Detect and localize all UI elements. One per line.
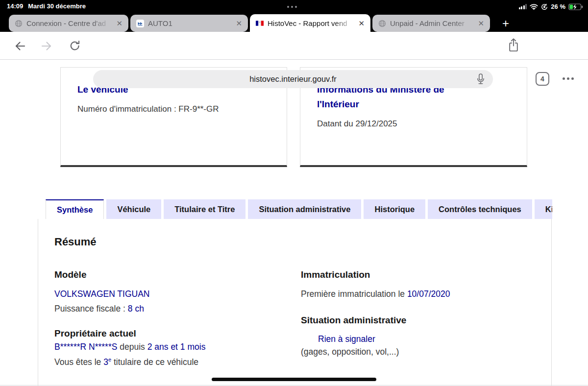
tab-titulaire-et-titre[interactable]: Titulaire et Titre (164, 199, 245, 219)
admin-status-link[interactable]: Rien à signaler (318, 334, 375, 344)
status-icons: 26 % (519, 0, 583, 13)
close-tab-icon[interactable]: ✕ (477, 19, 485, 28)
fiscal-power-line: Puissance fiscale : 8 ch (54, 304, 270, 314)
wifi-icon (530, 4, 538, 10)
tab-historique[interactable]: Historique (364, 199, 425, 219)
globe-icon (15, 20, 23, 27)
browser-toolbar: histovec.interieur.gouv.fr 4 (0, 32, 588, 60)
tab-count: 4 (540, 75, 544, 83)
tab-title: Connexion - Centre d'ad (26, 19, 111, 27)
close-tab-icon[interactable]: ✕ (235, 19, 243, 28)
share-button[interactable] (506, 38, 521, 52)
status-left: 14:09 Mardi 30 décembre (7, 2, 86, 10)
registration-heading: Immatriculation (301, 269, 526, 280)
tab-kilometrage[interactable]: Kilométrage (535, 199, 552, 219)
model-name: VOLKSWAGEN TIGUAN (54, 289, 270, 299)
forward-button[interactable] (39, 39, 54, 53)
tab-title: Unpaid - Admin Center (390, 19, 473, 27)
tab-overview-button[interactable]: 4 (536, 72, 549, 86)
cellular-signal-icon (519, 4, 527, 9)
summary-left-column: Modèle VOLKSWAGEN TIGUAN Puissance fisca… (54, 269, 270, 367)
owner-rank-line: Vous êtes le 3e titulaire de ce véhicule (54, 355, 270, 367)
first-registration-date: 10/07/2020 (407, 289, 450, 299)
back-button[interactable] (13, 39, 27, 53)
tab-title: HistoVec - Rapport vend (268, 19, 353, 27)
close-tab-icon[interactable]: ✕ (115, 19, 123, 28)
status-date: Mardi 30 décembre (28, 2, 86, 10)
tab-title: AUTO1 (148, 19, 231, 27)
more-menu-button[interactable] (563, 77, 574, 80)
france-flag-icon (256, 19, 264, 27)
browser-tab-unpaid[interactable]: Unpaid - Admin Center ✕ (372, 15, 490, 32)
address-bar[interactable]: histovec.interieur.gouv.fr (93, 70, 493, 88)
synthese-panel: Résumé Modèle VOLKSWAGEN TIGUAN Puissanc… (38, 219, 552, 386)
new-tab-button[interactable]: + (497, 15, 514, 32)
microphone-icon[interactable] (475, 73, 487, 86)
rank-suffix: titulaire de ce véhicule (111, 357, 198, 367)
bottom-divider (0, 385, 588, 386)
owner-since-value: 2 ans et 1 mois (147, 342, 206, 352)
model-name-link[interactable]: VOLKSWAGEN TIGUAN (54, 289, 149, 299)
histovec-page: Le véhicule Numéro d'immatriculation : F… (0, 60, 588, 386)
model-heading: Modèle (54, 269, 270, 280)
browser-tab-histovec-active[interactable]: HistoVec - Rapport vend ✕ (250, 14, 370, 32)
admin-status-heading: Situation administrative (301, 315, 526, 326)
auto1-favicon-icon (136, 20, 144, 27)
browser-tab-auto1[interactable]: AUTO1 ✕ (130, 15, 248, 32)
battery-icon (568, 3, 583, 10)
rotation-lock-icon (541, 3, 548, 10)
globe-icon (378, 20, 386, 27)
owner-line: B******R N*****S depuis 2 ans et 1 mois (54, 342, 270, 352)
browser-tab-connexion[interactable]: Connexion - Centre d'ad ✕ (9, 15, 128, 32)
first-registration-line: Première immatriculation le 10/07/2020 (301, 289, 526, 299)
report-tab-list: Synthèse Véhicule Titulaire et Titre Sit… (46, 199, 552, 219)
first-registration-label: Première immatriculation le (301, 289, 407, 299)
reload-button[interactable] (68, 39, 82, 53)
ministry-card-date: Datant du 29/12/2025 (317, 119, 510, 129)
tab-synthese[interactable]: Synthèse (46, 199, 104, 219)
tab-vehicule[interactable]: Véhicule (106, 199, 161, 219)
multitasking-dots-icon[interactable] (287, 6, 297, 8)
owner-since-label: depuis (117, 342, 147, 352)
admin-status-value: Rien à signaler (301, 334, 526, 344)
rank-value: 3 (103, 357, 108, 367)
fiscal-power-label: Puissance fiscale : (54, 304, 128, 314)
tab-controles-techniques[interactable]: Contrôles techniques (428, 199, 532, 219)
tab-situation-administrative[interactable]: Situation administrative (248, 199, 361, 219)
fiscal-power-value: 8 ch (128, 304, 144, 314)
status-bar: 14:09 Mardi 30 décembre 26 % (0, 0, 588, 13)
clock: 14:09 (7, 2, 23, 10)
admin-status-note: (gages, opposition, vol,...) (301, 347, 526, 357)
battery-percent: 26 % (551, 3, 565, 10)
url-text: histovec.interieur.gouv.fr (249, 74, 337, 84)
owner-name: B******R N*****S (54, 342, 117, 352)
vehicle-card-plate: Numéro d'immatriculation : FR-9**-GR (77, 104, 270, 114)
rank-prefix: Vous êtes le (54, 357, 103, 367)
resume-heading: Résumé (54, 236, 97, 248)
summary-right-column: Immatriculation Première immatriculation… (301, 269, 526, 357)
horizontal-scrollbar[interactable] (212, 378, 376, 381)
close-tab-icon[interactable]: ✕ (357, 19, 366, 28)
owner-heading: Propriétaire actuel (54, 328, 270, 339)
safari-tab-strip: Connexion - Centre d'ad ✕ AUTO1 ✕ HistoV… (0, 13, 588, 32)
